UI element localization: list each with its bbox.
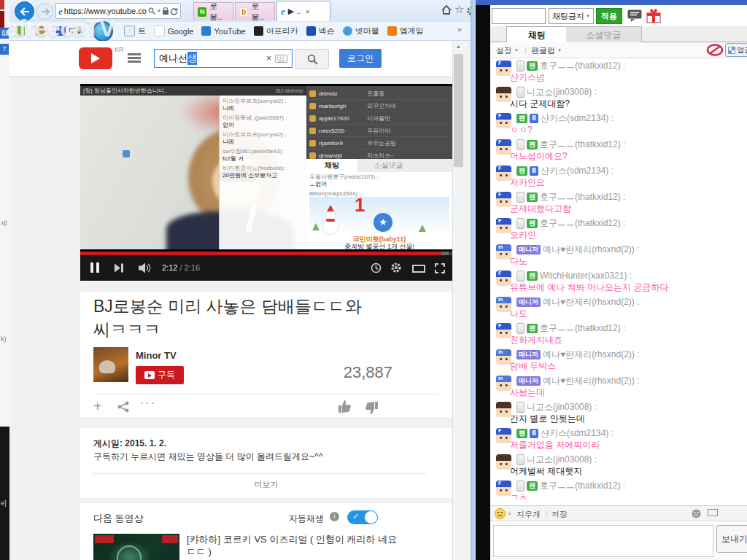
tab-chat[interactable]: 채팅 (506, 26, 568, 43)
tab-label[interactable]: 로봉.. (209, 1, 229, 23)
more-actions-button[interactable]: ··· (140, 397, 156, 410)
favorite-item[interactable]: YouTube (201, 26, 245, 36)
favorite-item[interactable] (93, 21, 116, 42)
search-input[interactable]: 예나선생 × (154, 49, 293, 68)
chat-username[interactable]: 샨키스(sdm2134) : (541, 427, 614, 440)
favorite-label[interactable]: 다음 (69, 26, 85, 36)
chevron-down-icon[interactable]: ▼ (508, 512, 512, 516)
chat-username[interactable]: 호구ㅡㅡ(thatkxid12) : (540, 217, 625, 230)
thumbs-up-button[interactable] (337, 400, 353, 413)
chat-ban-dropdown[interactable]: 채팅금지 ▼ (549, 8, 594, 24)
chat-bubble-icon[interactable] (627, 9, 643, 22)
favorites-overflow-chevron[interactable]: » (457, 25, 462, 34)
chat-username[interactable]: 호구ㅡㅡ(thatkxid12) : (540, 191, 625, 203)
eraser-button[interactable]: 지우개 (516, 509, 541, 520)
chat-username[interactable]: 니고소(jin03008) : (527, 86, 597, 98)
browser-tab-active[interactable]: e ▶ .. × (276, 1, 330, 21)
address-bar[interactable]: e https://www.youtube.com ▼ (55, 3, 181, 19)
chat-username[interactable]: WitchHunter(xax0321) : (540, 271, 632, 281)
chat-username[interactable]: 호구ㅡㅡ(thatkxid12) : (540, 139, 625, 151)
volume-button[interactable] (139, 262, 152, 273)
info-icon[interactable]: i (330, 512, 339, 521)
chat-username[interactable]: 호구ㅡㅡ(thatkxid12) : (540, 480, 625, 492)
favorite-item[interactable]: Google (154, 26, 193, 36)
favorite-label[interactable]: 아프리카 (266, 26, 298, 36)
blind-user-icon[interactable] (692, 509, 701, 518)
favorite-label[interactable]: Google (168, 27, 193, 36)
tab-label[interactable]: ▶ .. (288, 7, 301, 16)
scrollbar-thumb[interactable] (454, 54, 463, 167)
favorite-item[interactable] (15, 26, 28, 36)
refresh-icon[interactable] (170, 7, 178, 15)
theater-mode-button[interactable] (412, 265, 425, 273)
clear-search-icon[interactable]: × (266, 53, 271, 63)
player-settings-gear-button[interactable] (390, 262, 402, 273)
url-text[interactable]: https://www.youtube.com (64, 7, 147, 15)
chat-username[interactable]: 예나♥란제리(rhsxnd(2)) : (543, 296, 639, 308)
chevron-down-icon[interactable]: ▼ (157, 9, 161, 13)
share-button[interactable] (117, 401, 130, 413)
favorite-label[interactable]: 엠게임 (400, 26, 424, 36)
chat-username[interactable]: 니고소(jin03008) : (527, 401, 597, 413)
send-button[interactable]: 보내기 (716, 525, 747, 553)
keyboard-icon[interactable] (275, 55, 287, 63)
save-button[interactable]: 저장 (551, 509, 568, 520)
autoplay-toggle[interactable]: ✓ (347, 510, 378, 524)
chat-username[interactable]: 니고소(jin03008) : (527, 454, 597, 466)
add-to-button[interactable]: + (93, 398, 102, 415)
favorite-label[interactable]: 넥슨 (319, 26, 335, 36)
home-button[interactable] (441, 5, 453, 17)
video-player[interactable]: [정] 청님들인사차한번핫습니다.. BJ didmdz 미스짓부르프(sorr… (80, 84, 452, 281)
favorite-item[interactable]: 트 (124, 26, 146, 36)
forward-button[interactable] (36, 3, 53, 20)
apply-button[interactable]: 적용 (596, 8, 622, 24)
face-view-button[interactable]: 얼굴 (725, 43, 747, 57)
browser-tab[interactable]: N 로봉.. (193, 2, 233, 20)
chat-username[interactable]: 예나♥란제리(rhsxnd(2)) : (543, 349, 639, 361)
favorite-item[interactable]: 다음 (56, 26, 85, 36)
favorite-item[interactable]: 넷마블 (343, 26, 379, 36)
thumbs-down-button[interactable] (363, 401, 379, 415)
fullscreen-button[interactable] (435, 263, 445, 273)
ban-word-input[interactable] (492, 8, 546, 24)
youtube-logo[interactable] (79, 47, 112, 69)
show-more-button[interactable]: 더보기 (80, 479, 452, 490)
search-button[interactable] (295, 49, 329, 69)
chat-username[interactable]: 호구ㅡㅡ(thatkxid12) : (540, 322, 625, 335)
favorite-item[interactable]: 넥슨 (306, 26, 335, 36)
hamburger-menu-icon[interactable] (128, 53, 141, 63)
settings-dropdown[interactable]: 설정 ▼ (496, 45, 519, 56)
close-icon[interactable]: × (305, 7, 309, 16)
scrollbar-up-arrow[interactable]: ▲ (452, 41, 465, 52)
browser-tab[interactable]: b 로봉.. (235, 2, 275, 20)
favorite-label[interactable]: 트 (138, 26, 146, 36)
chat-username[interactable]: 호구ㅡㅡ(thatkxid12) : (540, 60, 625, 72)
monitor-icon[interactable] (708, 509, 718, 516)
next-button[interactable] (114, 263, 124, 273)
favorite-label[interactable]: 넷마블 (355, 26, 379, 36)
chat-username[interactable]: 예나♥란제리(rhsxnd(2)) : (543, 244, 639, 256)
favorite-item[interactable]: 엠게임 (387, 26, 424, 36)
channel-avatar[interactable] (93, 347, 128, 382)
gift-icon[interactable] (646, 7, 661, 23)
favorite-label[interactable]: YouTube (214, 27, 245, 36)
favorites-star-button[interactable]: ☆ (454, 3, 466, 15)
back-button[interactable] (15, 1, 34, 21)
next-video-title[interactable]: [캬하하] 코르키 VS 이즈리얼 ( 인형이 캐리하 네요 ㄷㄷ ) (187, 533, 406, 558)
pause-button[interactable] (90, 262, 99, 273)
channel-name[interactable]: Minor TV (136, 350, 177, 361)
watch-later-clock-button[interactable] (371, 262, 382, 273)
tab-label[interactable]: 로봉.. (251, 1, 271, 23)
subscribe-button[interactable]: 구독 (136, 366, 184, 384)
emoticon-button[interactable] (495, 508, 506, 519)
tab-social-comments[interactable]: 소셜댓글 (566, 26, 642, 42)
favorite-item[interactable]: 아프리카 (254, 26, 298, 36)
chat-username[interactable]: 예나♥란제리(rhsxnd(2)) : (543, 375, 639, 387)
chat-username[interactable]: 샨키스(sdm2134) : (541, 165, 614, 177)
chat-message-input[interactable] (493, 525, 713, 557)
login-button[interactable]: 로그인 (339, 49, 382, 68)
chat-username[interactable]: 샨키스(sdm2134) : (541, 112, 614, 125)
search-icon[interactable] (148, 7, 155, 15)
favorite-item[interactable] (36, 26, 48, 36)
next-video-thumbnail[interactable] (93, 534, 179, 560)
